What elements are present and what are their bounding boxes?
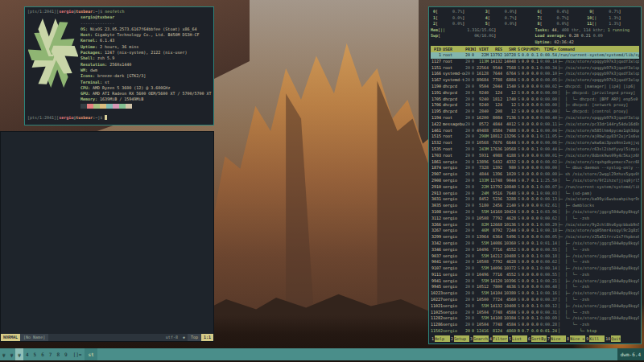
process-row-pid-9945[interactable]: 9945sergio2001051278004636S0.00.00:00.48… bbox=[431, 284, 639, 290]
process-row-pid-10223[interactable]: 10223sergio20055M1410410380S0.00.10:00.1… bbox=[431, 290, 639, 297]
terminal-window-neofetch[interactable]: [pts/1:2041][sergio@tuxbear:~]$ neofetch… bbox=[24, 6, 214, 125]
cpu-meter-9: 9[ 0.7%] bbox=[587, 9, 639, 15]
editor-window[interactable]: NORMAL [No Name] utf-8 ◆ Top 1:1 bbox=[0, 131, 214, 342]
process-row-pid-3031[interactable]: 3031sergio200845252363288S0.00.00:00.13├… bbox=[431, 196, 639, 203]
process-row-pid-11021[interactable]: 11021sergio20055M1413210408S0.00.10:00.1… bbox=[431, 303, 639, 310]
tasks-summary: Tasks: 44, 408 thr, 114 kthr; 1 running bbox=[535, 27, 640, 34]
process-row-pid-9111[interactable]: 9111sergio2001049677164552S0.00.00:00.55… bbox=[431, 272, 639, 278]
process-row-pid-1706[interactable]: 1706dhcpcd200924012412S0.00.00:00.00│ ├─… bbox=[431, 102, 639, 109]
process-row-pid-1515[interactable]: 1515root200298M1881213296S0.00.10:11.05├… bbox=[431, 134, 639, 140]
editor-cursor-position: 1:1 bbox=[201, 334, 213, 341]
process-row-pid-3299[interactable]: 3299sergio2001396463645496S0.00.00:00.05… bbox=[431, 234, 639, 241]
fetch-entry-cpu: CPU: AMD Ryzen 5 3600 (12) @ 3.600GHz bbox=[80, 85, 211, 91]
cpu-meter-10: 10[| 1.3%] bbox=[587, 15, 639, 22]
process-row-pid-3267[interactable]: 3267sergio20046M87927244S0.00.10:00.18├─… bbox=[431, 228, 639, 234]
process-row-pid-9107[interactable]: 9107sergio20055M1409610372S0.00.10:00.14… bbox=[431, 265, 639, 272]
editor-statusline: NORMAL [No Name] utf-8 ◆ Top 1:1 bbox=[1, 334, 213, 341]
fetch-entry-resolution: Resolution: 2560x1440 bbox=[80, 62, 211, 68]
status-text: dwm-6.4 bbox=[617, 348, 644, 360]
dwm-status-bar: ψψψ456789 []= st dwm-6.4 bbox=[0, 348, 644, 360]
cpu-meter-3: 3[ 0.0%] bbox=[483, 9, 535, 15]
shell-prompt: [pts/1:2041][sergio@tuxbear:~]$ neofetch bbox=[27, 9, 211, 14]
palette-swatch bbox=[126, 104, 132, 109]
process-row-pid-2907[interactable]: 2907sergio200484413961020S0.00.00:00.00├… bbox=[431, 171, 639, 178]
process-row-pid-11025[interactable]: 11025sergio2001050477484584S0.00.00:00.3… bbox=[431, 310, 639, 316]
editor-buffer[interactable] bbox=[1, 132, 213, 334]
process-row-pid-1166[interactable]: 1166systemd-oo2001612876446764S0.00.00:0… bbox=[431, 71, 639, 77]
cpu-meters: 0[ 0.7%] 1[ 0.0%] 2[ 0.0%] 3[ 0.0%] 4[ 0… bbox=[431, 9, 639, 27]
process-row-pid-1422[interactable]: 1422messagebus200857248444012S0.00.00:00… bbox=[431, 121, 639, 128]
process-row-pid-3342[interactable]: 3342sergio20055M1408610360S0.00.10:01.14… bbox=[431, 241, 639, 247]
workspace-tag-8[interactable]: 8 bbox=[54, 348, 62, 360]
cpu-meter-11: 11[| 1.3%] bbox=[587, 21, 639, 27]
fkey-nice+[interactable]: 8Nice + bbox=[566, 335, 585, 342]
fkey-setup[interactable]: 2Setup bbox=[450, 335, 469, 342]
layout-indicator[interactable]: []= bbox=[70, 348, 85, 360]
process-row-pid-1535[interactable]: 1535root200243M1763610568S0.00.10:00.44├… bbox=[431, 146, 639, 153]
fkey-kill[interactable]: 9Kill bbox=[585, 335, 605, 342]
fetch-entry-shell: Shell: zsh 5.9 bbox=[80, 56, 211, 61]
workspace-tag-3-selected[interactable]: ψ bbox=[15, 348, 23, 360]
process-row-pid-11282[interactable]: 11282sergio20055M1410810384S0.00.10:00.0… bbox=[431, 315, 639, 322]
workspace-tag-5[interactable]: 5 bbox=[31, 348, 39, 360]
process-row-pid-1461[interactable]: 1461root2004948885847488S0.00.10:00.04├─… bbox=[431, 128, 639, 134]
process-row-pid-9941[interactable]: 9941sergio20055M1412010396S0.00.10:00.21… bbox=[431, 278, 639, 285]
process-row-pid-2910[interactable]: 2910sergio20022M1379210840S0.00.10:00.07… bbox=[431, 184, 639, 191]
process-row-pid-3266[interactable]: 3266sergio20082M1266810136S0.00.10:00.29… bbox=[431, 222, 639, 228]
process-row-pid-3035[interactable]: 3035sergio200518024562140S0.00.00:02.61│… bbox=[431, 203, 639, 209]
workspace-tag-9[interactable]: 9 bbox=[62, 348, 70, 360]
cpu-meter-2: 2[ 0.0%] bbox=[431, 21, 483, 27]
palette-swatch bbox=[106, 104, 113, 109]
fkey-search[interactable]: 3Search bbox=[469, 335, 489, 342]
process-row-pid-1151[interactable]: 1151root2002256495447568S0.00.10:00.34├─… bbox=[431, 65, 639, 72]
uptime: Uptime: 02:36:42 bbox=[535, 39, 640, 46]
editor-scroll-position: Top bbox=[188, 334, 201, 341]
process-row-pid-1195[interactable]: 1195dhcpcd200284020812S0.00.00:00.00│ └─… bbox=[431, 109, 639, 115]
workspace-tag-1[interactable]: ψ bbox=[0, 348, 8, 360]
process-row-pid-1705[interactable]: 1705dhcpcd200924018121740S0.00.00:00.00│… bbox=[431, 97, 639, 103]
fkey-filter[interactable]: 4Filter bbox=[489, 335, 508, 342]
process-row-pid-10227[interactable]: 10227sergio2001050077244560S0.00.00:00.3… bbox=[431, 297, 639, 303]
cpu-meter-1: 1[ 0.0%] bbox=[431, 15, 483, 22]
process-row-pid-9037[interactable]: 9037sergio20055M1421210488S0.00.10:00.18… bbox=[431, 253, 639, 260]
process-row-pid-1532[interactable]: 1532root2001056876766644S0.00.00:00.06├─… bbox=[431, 140, 639, 146]
process-row-pid-1191[interactable]: 1191dhcpcd200924012412S0.00.00:00.00│ ├─… bbox=[431, 90, 639, 97]
process-row-pid-11286[interactable]: 11286sergio2001050477484584S0.00.00:00.2… bbox=[431, 322, 639, 328]
fkey-list[interactable]: 5List bbox=[508, 335, 527, 342]
process-row-pid-2908[interactable]: 2908sergio200133M117489044S0.70.11:25.50… bbox=[431, 178, 639, 184]
process-row-pid-11502[interactable]: 11502sergio2001241681244860R0.70.00:01.2… bbox=[431, 328, 639, 335]
fetch-entry-kernel: Kernel: 6.1.43 bbox=[80, 38, 211, 43]
process-table-header[interactable]: PIDUSERPRINIVIRTRESSHRSCPU%MEM%TIME+Comm… bbox=[431, 46, 639, 52]
process-row-pid-1190[interactable]: 1190dhcpcd200950420441540S0.00.00:00.02├… bbox=[431, 84, 639, 90]
fkey-nice-[interactable]: 7Nice - bbox=[547, 335, 566, 342]
shell-prompt[interactable]: [pts/1:2041][sergio@tuxbear:~]$ bbox=[27, 115, 211, 121]
cpu-meter-0: 0[ 0.7%] bbox=[431, 9, 483, 15]
fkey-help[interactable]: 1Help bbox=[431, 335, 450, 342]
process-row-pid-3112[interactable]: 3112sergio2001050877924628S0.00.00:00.62… bbox=[431, 216, 639, 222]
focused-window-title: st bbox=[85, 348, 97, 360]
process-row-pid-1874[interactable]: 1874sergio20073281392980S0.00.00:00.00│ … bbox=[431, 165, 639, 171]
process-row-pid-2913[interactable]: 2913sergio20024M95167648S0.00.10:00.03│ … bbox=[431, 191, 639, 197]
htop-function-keys: 1Help2Setup3Search4Filter5List6SortBy7Ni… bbox=[431, 335, 639, 342]
fetch-entry-host: Host: Gigabyte Technology Co., Ltd. B450… bbox=[80, 32, 211, 38]
workspace-tag-2[interactable]: ψ bbox=[8, 348, 16, 360]
process-row-pid-1703[interactable]: 1703root200593149884188S0.00.00:00.01├─ … bbox=[431, 153, 639, 159]
palette-swatch bbox=[113, 104, 119, 109]
workspace-tag-7[interactable]: 7 bbox=[47, 348, 55, 360]
memory-meter: Mem[|| 1.31G/15.6G] bbox=[431, 27, 535, 34]
process-row-pid-3108[interactable]: 3108sergio20055M1416010424S0.00.10:03.96… bbox=[431, 209, 639, 216]
process-row-pid-1194[interactable]: 1194root2001620080847136S0.00.00:00.40├─… bbox=[431, 115, 639, 121]
neofetch-info: sergio@tuxbear--------------OS: NixOS 23… bbox=[80, 14, 211, 102]
workspace-tag-6[interactable]: 6 bbox=[39, 348, 47, 360]
process-row-pid-1861[interactable]: 1861sergio2001389654324332S0.00.00:00.02… bbox=[431, 159, 639, 166]
process-row-pid-1[interactable]: 1root20022M1379210728S0.00.10:00.54/run/… bbox=[431, 52, 639, 59]
process-row-pid-3346[interactable]: 3346sergio2001049677164552S0.00.00:00.55… bbox=[431, 247, 639, 253]
terminal-window-htop[interactable]: 0[ 0.7%] 1[ 0.0%] 2[ 0.0%] 3[ 0.0%] 4[ 0… bbox=[428, 6, 642, 344]
process-row-pid-1167[interactable]: 1167systemd-ti2008968477886884S0.00.00:0… bbox=[431, 77, 639, 84]
workspace-tag-4[interactable]: 4 bbox=[23, 348, 31, 360]
fetch-entry-packages: Packages: 1247 (nix-system), 2122 (nix-u… bbox=[80, 50, 211, 56]
fkey-sortby[interactable]: 6SortBy bbox=[527, 335, 547, 342]
process-row-pid-1127[interactable]: 1127root200113M1413214048S0.00.10:00.14├… bbox=[431, 59, 639, 65]
fkey-quit[interactable]: 10Quit bbox=[605, 335, 621, 342]
process-row-pid-9041[interactable]: 9041sergio2001050877924628S0.00.00:00.62… bbox=[431, 259, 639, 265]
